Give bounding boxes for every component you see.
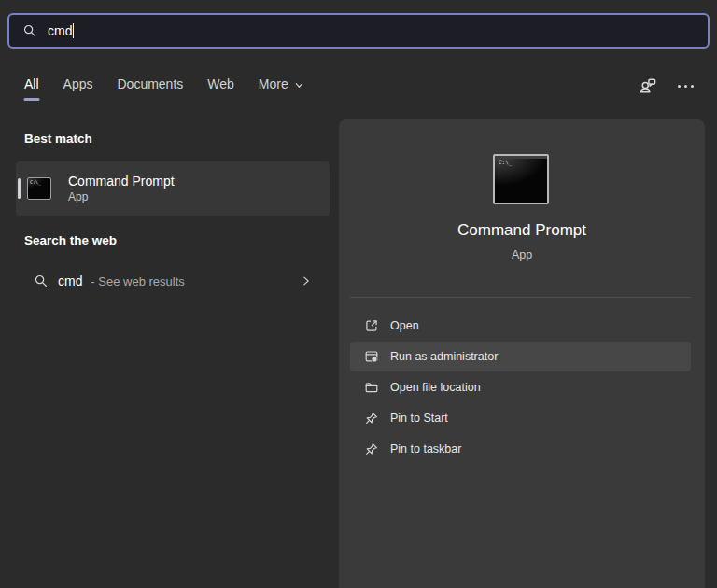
action-open-label: Open [390, 319, 419, 332]
search-query-text: cmd [48, 23, 72, 38]
tab-all-label: All [24, 77, 39, 91]
tab-more[interactable]: More [259, 77, 304, 101]
tab-documents-label: Documents [117, 77, 183, 91]
action-run-as-administrator-label: Run as administrator [390, 350, 498, 363]
action-open-file-location[interactable]: Open file location [350, 372, 691, 402]
preview-app-subtitle: App [339, 248, 705, 261]
more-options-ellipsis-icon[interactable] [674, 75, 696, 97]
action-pin-to-start-label: Pin to Start [390, 412, 448, 425]
active-tab-indicator [23, 98, 39, 101]
tab-web-label: Web [207, 77, 234, 91]
action-pin-to-taskbar[interactable]: Pin to taskbar [350, 434, 691, 464]
search-icon [22, 23, 37, 38]
divider [350, 297, 691, 298]
tab-web[interactable]: Web [207, 77, 234, 101]
preview-panel: C:\_ Command Prompt App Open Run as admi… [339, 119, 705, 588]
search-icon [34, 273, 49, 288]
search-filter-tabs: All Apps Documents Web More [24, 77, 304, 101]
result-subtitle: App [68, 191, 175, 203]
selection-indicator [18, 178, 21, 199]
web-result-suffix: - See web results [91, 274, 184, 288]
action-pin-to-taskbar-label: Pin to taskbar [390, 442, 461, 455]
action-pin-to-start[interactable]: Pin to Start [350, 403, 691, 433]
best-match-header: Best match [24, 132, 92, 146]
tab-more-label: More [259, 77, 288, 91]
pin-icon [364, 441, 379, 456]
tab-apps-label: Apps [63, 77, 93, 91]
pin-icon [364, 411, 379, 426]
account-chat-icon[interactable] [637, 75, 659, 97]
best-match-result-command-prompt[interactable]: C:\_ Command Prompt App [16, 161, 330, 216]
chevron-down-icon [294, 80, 304, 91]
action-run-as-administrator[interactable]: Run as administrator [350, 342, 691, 371]
action-open-file-location-label: Open file location [390, 381, 481, 394]
folder-icon [364, 380, 379, 395]
command-prompt-icon: C:\_ [27, 177, 51, 200]
text-caret [73, 23, 74, 38]
tab-all[interactable]: All [24, 77, 39, 101]
action-list: Open Run as administrator Open file loca… [350, 311, 691, 465]
tab-apps[interactable]: Apps [63, 77, 93, 101]
web-result-cmd[interactable]: cmd - See web results [16, 261, 330, 301]
web-result-query: cmd [58, 273, 82, 288]
command-prompt-icon-large: C:\_ [493, 154, 549, 204]
tab-documents[interactable]: Documents [117, 77, 183, 101]
result-title: Command Prompt [68, 174, 175, 189]
action-open[interactable]: Open [350, 311, 691, 341]
header-actions [637, 75, 696, 97]
preview-app-title: Command Prompt [339, 221, 705, 240]
run-as-admin-icon [364, 349, 379, 364]
open-external-icon [364, 318, 379, 333]
search-input[interactable]: cmd [7, 13, 710, 49]
search-the-web-header: Search the web [24, 233, 117, 247]
chevron-right-icon [300, 274, 313, 287]
